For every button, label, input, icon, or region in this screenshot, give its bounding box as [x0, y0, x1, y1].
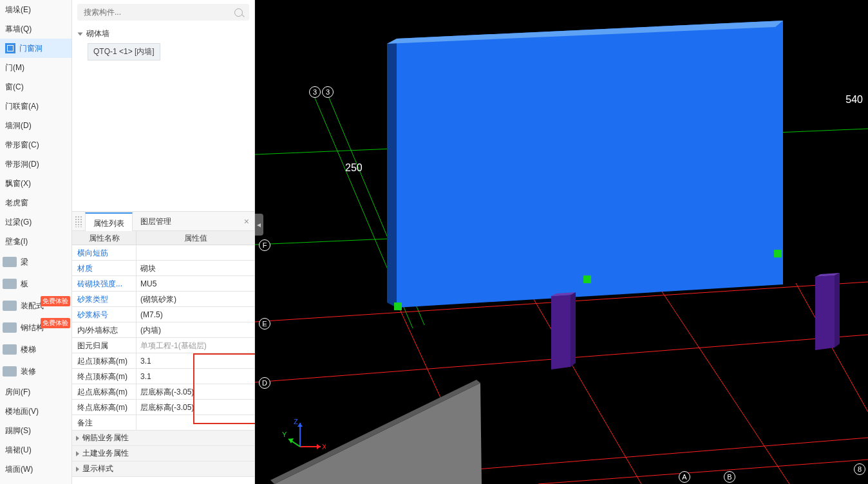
- svg-line-3: [255, 238, 403, 245]
- property-group[interactable]: 钢筋业务属性: [72, 431, 254, 446]
- property-value[interactable]: 3.1: [137, 369, 254, 384]
- sidebar-cat-beam[interactable]: 梁: [0, 251, 71, 273]
- property-value[interactable]: [137, 245, 254, 260]
- col-name: 属性名称: [72, 231, 137, 245]
- property-row[interactable]: 图元归属单项工程-1(基础层): [72, 338, 254, 353]
- sidebar-item[interactable]: 墙垛(E): [0, 0, 71, 19]
- sidebar-cat-slab[interactable]: 板: [0, 273, 71, 295]
- scene-svg: [255, 0, 868, 484]
- sidebar-item[interactable]: 墙裙(U): [0, 440, 71, 460]
- stair-icon: [3, 344, 17, 355]
- steel-icon: [3, 322, 17, 333]
- group-label: 钢筋业务属性: [82, 433, 129, 443]
- sidebar-item[interactable]: 房间(F): [0, 382, 71, 402]
- property-value[interactable]: 层底标高(-3.05): [137, 400, 254, 414]
- dimension-label: 250: [345, 162, 363, 174]
- svg-text:X: X: [322, 443, 326, 451]
- property-row[interactable]: 砂浆标号(M7.5): [72, 307, 254, 322]
- tab-layers[interactable]: 图层管理: [133, 212, 179, 230]
- drag-handle-icon[interactable]: [75, 216, 82, 227]
- component-tree: 砌体墙 QTQ-1 <1> [内墙]: [72, 24, 254, 64]
- property-name: 终点顶标高(m): [72, 369, 137, 384]
- ucs-triad: X Z Y: [281, 418, 326, 458]
- sidebar-cat-prefab[interactable]: 装配式 免费体验: [0, 295, 71, 317]
- sidebar-item[interactable]: 门联窗(A): [0, 97, 71, 116]
- tab-properties[interactable]: 属性列表: [85, 212, 133, 231]
- sidebar-item-active[interactable]: 门窗洞: [0, 39, 71, 58]
- tree-root-label: 砌体墙: [86, 29, 109, 38]
- sidebar-item[interactable]: 飘窗(X): [0, 174, 71, 193]
- property-value[interactable]: (内墙): [137, 322, 254, 337]
- search-box[interactable]: [77, 4, 249, 21]
- sidebar-cat-stair[interactable]: 楼梯: [0, 339, 71, 360]
- search-input[interactable]: [84, 8, 234, 17]
- caret-right-icon: [76, 436, 79, 441]
- property-value[interactable]: 单项工程-1(基础层): [137, 338, 254, 353]
- sidebar-item[interactable]: 壁龛(I): [0, 232, 71, 251]
- sidebar-item[interactable]: 踢脚(S): [0, 421, 71, 440]
- property-row[interactable]: 终点顶标高(m)3.1: [72, 369, 254, 384]
- close-icon[interactable]: ×: [244, 216, 249, 227]
- sidebar-item[interactable]: 带形洞(D): [0, 154, 71, 174]
- properties-panel: 属性列表 图层管理 × 属性名称 属性值 横向短筋材质砌块砖砌块强度...MU5…: [72, 211, 254, 484]
- svg-rect-25: [774, 250, 782, 257]
- search-icon: [234, 8, 243, 17]
- property-name: 砂浆标号: [72, 307, 137, 322]
- property-value[interactable]: (M7.5): [137, 307, 254, 322]
- sidebar-item[interactable]: 幕墙(Q): [0, 19, 71, 39]
- tree-root[interactable]: 砌体墙: [79, 28, 248, 39]
- svg-marker-29: [297, 423, 303, 427]
- svg-text:Z: Z: [294, 418, 298, 425]
- prefab-icon: [3, 301, 17, 311]
- component-panel: 砌体墙 QTQ-1 <1> [内墙] 属性列表 图层管理 × 属性名称 属性值 …: [72, 0, 255, 484]
- 3d-viewport[interactable]: ◂: [255, 0, 868, 484]
- sidebar-cat-label: 楼梯: [21, 344, 36, 355]
- sidebar-cat-label: 板: [21, 279, 28, 290]
- sidebar-cat-finish[interactable]: 装修: [0, 360, 71, 382]
- sidebar-item[interactable]: 门(M): [0, 58, 71, 77]
- sidebar-item[interactable]: 老虎窗: [0, 193, 71, 212]
- property-row[interactable]: 起点底标高(m)层底标高(-3.05): [72, 384, 254, 400]
- svg-line-7: [538, 460, 868, 484]
- slab-icon: [3, 279, 17, 289]
- property-value[interactable]: [137, 415, 254, 430]
- property-row[interactable]: 终点底标高(m)层底标高(-3.05): [72, 400, 254, 415]
- property-value[interactable]: MU5: [137, 276, 254, 291]
- sidebar-item[interactable]: 楼地面(V): [0, 402, 71, 421]
- caret-down-icon: [78, 32, 83, 35]
- property-group[interactable]: 显示样式: [72, 461, 254, 477]
- property-name: 起点底标高(m): [72, 384, 137, 399]
- property-row[interactable]: 备注: [72, 415, 254, 431]
- property-name: 终点底标高(m): [72, 400, 137, 414]
- property-name: 起点顶标高(m): [72, 353, 137, 368]
- sidebar-item[interactable]: 墙面(W): [0, 460, 71, 479]
- svg-line-9: [532, 296, 641, 484]
- property-row[interactable]: 材质砌块: [72, 261, 254, 276]
- property-row[interactable]: 起点顶标高(m)3.1: [72, 353, 254, 369]
- axis-bubble: 3: [309, 86, 321, 98]
- sidebar-cat-steel[interactable]: 钢结构 免费体验: [0, 317, 71, 339]
- axis-bubble: F: [259, 239, 270, 251]
- property-row[interactable]: 内/外墙标志(内墙): [72, 322, 254, 338]
- caret-right-icon: [76, 467, 79, 472]
- axis-bubble: B: [724, 471, 735, 483]
- property-value[interactable]: 砌块: [137, 261, 254, 275]
- svg-line-10: [661, 290, 789, 484]
- svg-marker-19: [835, 273, 840, 348]
- tree-leaf[interactable]: QTQ-1 <1> [内墙]: [88, 43, 160, 60]
- property-row[interactable]: 横向短筋: [72, 245, 254, 261]
- sidebar-item[interactable]: 带形窗(C): [0, 135, 71, 154]
- property-value[interactable]: (砌筑砂浆): [137, 292, 254, 306]
- property-group[interactable]: 土建业务属性: [72, 446, 254, 461]
- property-value[interactable]: 层底标高(-3.05): [137, 384, 254, 399]
- sidebar-item[interactable]: 过梁(G): [0, 212, 71, 232]
- property-value[interactable]: 3.1: [137, 353, 254, 368]
- property-row[interactable]: 砖砌块强度...MU5: [72, 276, 254, 292]
- axis-bubble: 3: [322, 86, 334, 98]
- property-name: 砂浆类型: [72, 292, 137, 306]
- property-row[interactable]: 砂浆类型(砌筑砂浆): [72, 292, 254, 307]
- axis-bubble: D: [259, 377, 270, 389]
- grid-body: 横向短筋材质砌块砖砌块强度...MU5砂浆类型(砌筑砂浆)砂浆标号(M7.5)内…: [72, 245, 254, 431]
- sidebar-item[interactable]: 窗(C): [0, 77, 71, 97]
- sidebar-item[interactable]: 墙洞(D): [0, 116, 71, 135]
